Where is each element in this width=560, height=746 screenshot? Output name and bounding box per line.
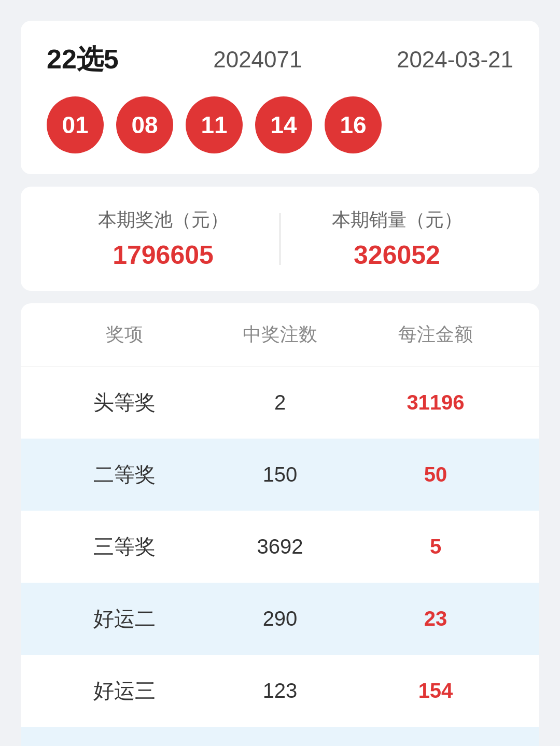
prize-name-2: 二等奖: [47, 460, 202, 489]
table-row: 好运四 5 1463: [21, 727, 539, 746]
prize-name-3: 三等奖: [47, 532, 202, 561]
sales-block: 本期销量（元） 326052: [281, 207, 513, 270]
ball-3: 11: [186, 96, 243, 153]
prize-amount-5: 154: [358, 679, 513, 702]
lottery-title: 22选5: [47, 41, 119, 78]
sales-value: 326052: [281, 240, 513, 270]
stats-card: 本期奖池（元） 1796605 本期销量（元） 326052: [21, 187, 539, 291]
prize-amount-3: 5: [358, 535, 513, 558]
prize-amount-1: 31196: [358, 391, 513, 414]
ball-4: 14: [255, 96, 312, 153]
table-header: 奖项 中奖注数 每注金额: [21, 303, 539, 367]
prize-count-5: 123: [202, 679, 358, 702]
prize-amount-2: 50: [358, 463, 513, 486]
table-row: 二等奖 150 50: [21, 439, 539, 511]
table-row: 好运三 123 154: [21, 655, 539, 727]
prize-count-3: 3692: [202, 535, 358, 558]
pool-block: 本期奖池（元） 1796605: [47, 207, 279, 270]
col-header-prize: 奖项: [47, 322, 202, 347]
pool-value: 1796605: [47, 240, 279, 270]
prize-name-4: 好运二: [47, 604, 202, 633]
prize-count-1: 2: [202, 391, 358, 414]
lottery-date: 2024-03-21: [397, 47, 513, 73]
col-header-amount: 每注金额: [358, 322, 513, 347]
ball-2: 08: [116, 96, 173, 153]
pool-label: 本期奖池（元）: [47, 207, 279, 233]
prize-count-4: 290: [202, 607, 358, 630]
sales-label: 本期销量（元）: [281, 207, 513, 233]
table-row: 三等奖 3692 5: [21, 511, 539, 583]
table-row: 头等奖 2 31196: [21, 367, 539, 439]
prize-amount-4: 23: [358, 607, 513, 630]
lottery-header-card: 22选5 2024071 2024-03-21 01 08 11 14 16: [21, 21, 539, 174]
header-row: 22选5 2024071 2024-03-21: [47, 41, 513, 78]
table-row: 好运二 290 23: [21, 583, 539, 655]
ball-5: 16: [325, 96, 382, 153]
prize-name-1: 头等奖: [47, 388, 202, 417]
prize-count-2: 150: [202, 463, 358, 486]
prize-table-card: 奖项 中奖注数 每注金额 头等奖 2 31196 二等奖 150 50 三等奖 …: [21, 303, 539, 746]
prize-name-5: 好运三: [47, 677, 202, 705]
col-header-count: 中奖注数: [202, 322, 358, 347]
ball-1: 01: [47, 96, 104, 153]
balls-row: 01 08 11 14 16: [47, 96, 513, 153]
lottery-period: 2024071: [213, 47, 302, 73]
